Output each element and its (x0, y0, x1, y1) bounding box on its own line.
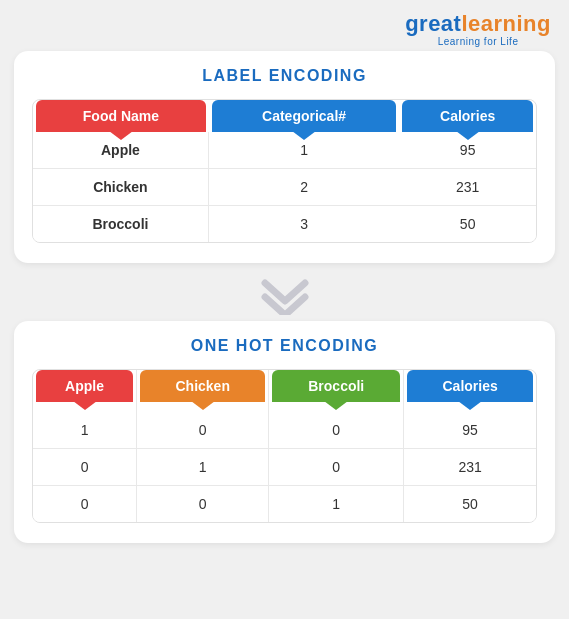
arrow-divider (260, 273, 310, 321)
cal-broccoli: 50 (399, 206, 536, 242)
ohe-r1-calories: 95 (404, 412, 536, 449)
ohe-r1-broccoli: 0 (269, 412, 404, 449)
logo-great: great (405, 11, 461, 36)
table-row: 1 0 0 95 (33, 412, 536, 449)
label-encoding-section: LABEL ENCODING Food Name Categorical# Ca… (14, 51, 555, 263)
ohe-table-wrapper: Apple Chicken Broccoli Calories 1 0 (32, 369, 537, 523)
th-calories: Calories (399, 100, 536, 132)
table-row: Chicken 2 231 (33, 169, 536, 206)
logo: greatlearning Learning for Life (405, 12, 551, 47)
ohe-th-apple: Apple (33, 370, 137, 412)
ohe-th-broccoli: Broccoli (269, 370, 404, 412)
chevron-down-icon (260, 279, 310, 315)
food-broccoli: Broccoli (33, 206, 209, 242)
cat-broccoli: 3 (209, 206, 399, 242)
th-food-name-label: Food Name (36, 100, 206, 132)
label-encoding-table: Food Name Categorical# Calories Apple 1 … (33, 100, 536, 242)
th-categorical: Categorical# (209, 100, 399, 132)
label-encoding-table-wrapper: Food Name Categorical# Calories Apple 1 … (32, 99, 537, 243)
ohe-th-broccoli-label: Broccoli (272, 370, 400, 402)
label-encoding-title: LABEL ENCODING (32, 67, 537, 85)
ohe-r3-calories: 50 (404, 486, 536, 522)
ohe-r2-apple: 0 (33, 449, 137, 486)
logo-name: greatlearning (405, 12, 551, 36)
ohe-r2-calories: 231 (404, 449, 536, 486)
th-food-name: Food Name (33, 100, 209, 132)
ohe-r1-apple: 1 (33, 412, 137, 449)
ohe-th-apple-label: Apple (36, 370, 133, 402)
ohe-th-chicken: Chicken (137, 370, 269, 412)
food-chicken: Chicken (33, 169, 209, 206)
th-categorical-label: Categorical# (212, 100, 396, 132)
cal-chicken: 231 (399, 169, 536, 206)
ohe-r3-chicken: 0 (137, 486, 269, 522)
ohe-r3-broccoli: 1 (269, 486, 404, 522)
cat-chicken: 2 (209, 169, 399, 206)
logo-learning: learning (461, 11, 551, 36)
logo-tagline: Learning for Life (405, 36, 551, 47)
one-hot-encoding-section: ONE HOT ENCODING Apple Chicken Broccoli … (14, 321, 555, 543)
ohe-th-calories-label: Calories (407, 370, 533, 402)
one-hot-encoding-title: ONE HOT ENCODING (32, 337, 537, 355)
ohe-r1-chicken: 0 (137, 412, 269, 449)
ohe-r2-chicken: 1 (137, 449, 269, 486)
table-row: Broccoli 3 50 (33, 206, 536, 242)
ohe-r3-apple: 0 (33, 486, 137, 522)
ohe-table: Apple Chicken Broccoli Calories 1 0 (33, 370, 536, 522)
table-row: 0 0 1 50 (33, 486, 536, 522)
ohe-th-calories: Calories (404, 370, 536, 412)
table-row: 0 1 0 231 (33, 449, 536, 486)
logo-area: greatlearning Learning for Life (0, 0, 569, 51)
ohe-r2-broccoli: 0 (269, 449, 404, 486)
ohe-th-chicken-label: Chicken (140, 370, 265, 402)
th-calories-label: Calories (402, 100, 533, 132)
